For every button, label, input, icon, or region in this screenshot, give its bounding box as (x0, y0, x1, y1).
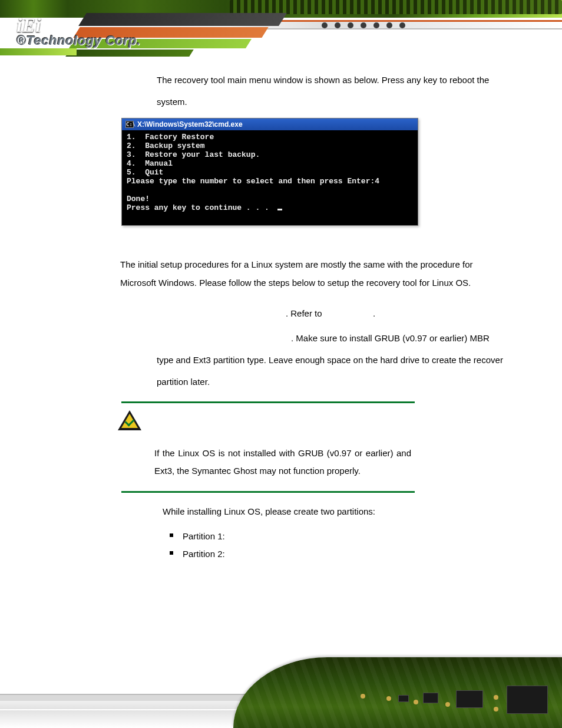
list-item: Partition 2: (183, 545, 504, 563)
page-content: The recovery tool main menu window is sh… (0, 70, 562, 563)
partition1-label: Partition 1: (183, 531, 225, 541)
cmd-titlebar-icon: C:\ (125, 121, 134, 128)
step6-intro-text: The recovery tool main menu window is sh… (157, 75, 489, 107)
partitions-intro-text: While installing Linux OS, please create… (163, 506, 375, 516)
partition-list: Partition 1: Partition 2: (141, 528, 504, 563)
page-header-decor: iEi ®Technology Corp. (0, 0, 562, 70)
linux-step1: . Refer to . (124, 303, 504, 325)
logo-subtitle: ®Technology Corp. (16, 33, 141, 48)
linux-step1-dot: . (373, 308, 375, 318)
linux-intro: The initial setup procedures for a Linux… (120, 255, 504, 292)
cmd-output: 1. Factory Restore 2. Backup system 3. R… (127, 133, 379, 212)
step6-intro: The recovery tool main menu window is sh… (124, 70, 504, 113)
partition2-label: Partition 2: (183, 549, 225, 559)
cmd-window: C:\ X:\Windows\System32\cmd.exe 1. Facto… (121, 118, 418, 226)
page-footer-decor (0, 645, 562, 728)
cmd-cursor (277, 209, 282, 210)
brand-logo: iEi ®Technology Corp. (16, 15, 164, 47)
cmd-title-path: X:\Windows\System32\cmd.exe (137, 120, 243, 129)
note-check-icon (118, 410, 141, 433)
cmd-titlebar: C:\ X:\Windows\System32\cmd.exe (122, 118, 418, 130)
list-item: Partition 1: (183, 528, 504, 545)
linux-step2-tail: . Make sure to install GRUB (v0.97 or ea… (157, 333, 503, 387)
linux-intro-text: The initial setup procedures for a Linux… (120, 259, 473, 288)
linux-step2: . Make sure to install GRUB (v0.97 or ea… (124, 328, 504, 393)
cmd-body: 1. Factory Restore 2. Backup system 3. R… (122, 130, 418, 225)
note-block: If the Linux OS is not installed with GR… (121, 401, 415, 493)
linux-step1-refer: . Refer to (286, 308, 325, 318)
partitions-intro: While installing Linux OS, please create… (124, 501, 504, 523)
note-text: If the Linux OS is not installed with GR… (121, 435, 415, 492)
